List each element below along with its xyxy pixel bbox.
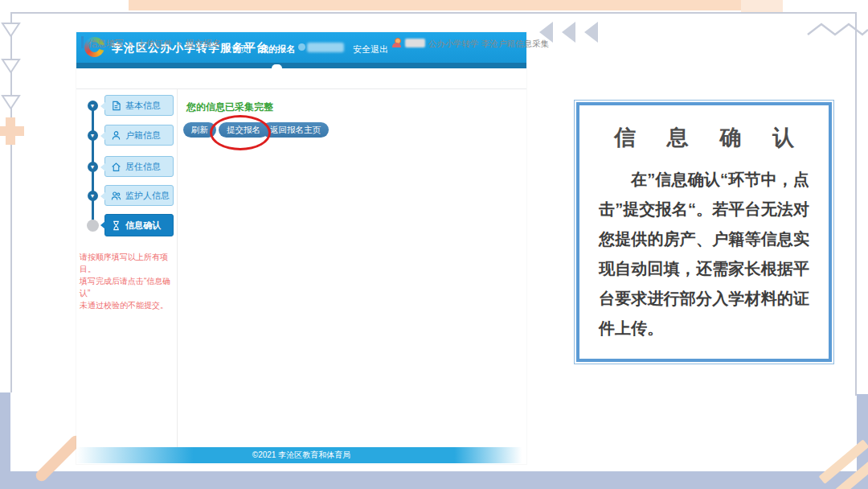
sidebar-divider: [177, 88, 178, 447]
breadcrumb-item-submit[interactable]: 提交报名: [186, 39, 221, 48]
redacted-student-name: [405, 39, 425, 47]
deco-lavender-bottom: [0, 471, 868, 489]
deco-top-band: [129, 0, 741, 10]
highlight-circle-annotation: [210, 115, 271, 150]
step-label: 监护人信息: [125, 190, 170, 202]
timeline-dot-icon: ▼: [88, 130, 98, 141]
nav-item-my-application[interactable]: 我的报名: [260, 43, 295, 55]
sidebar-item-household-info[interactable]: 户籍信息: [104, 125, 174, 146]
app-header-strip: [76, 63, 526, 68]
sidebar-item-residence-info[interactable]: 居住信息: [104, 156, 174, 177]
person-icon: [111, 130, 121, 141]
sidebar-note: 填写完成后请点击“信息确认”: [80, 275, 176, 299]
zigzag-line-icon: [806, 20, 868, 39]
user-avatar-icon: [298, 43, 305, 51]
nav-item-home[interactable]: 首页: [231, 43, 249, 55]
breadcrumb-item-upload-docs[interactable]: 上传证件: [137, 39, 172, 48]
triangle-down-icon: [1, 58, 21, 74]
deco-cross: [0, 117, 24, 145]
site-footer: ©2021 李沧区教育和体育局: [76, 447, 526, 463]
triangle-left-icon: [584, 22, 598, 43]
breadcrumb-accent: [81, 36, 84, 48]
timeline-dot-icon: ▼: [88, 162, 98, 172]
sidebar-item-info-confirm[interactable]: 信息确认: [104, 214, 174, 236]
document-icon: [111, 101, 121, 111]
panel-title: 信 息 确 认: [579, 123, 829, 152]
sidebar-notes: 请按顺序填写以上所有项目。 填写完成后请点击“信息确认” 未通过校验的不能提交。: [80, 251, 176, 311]
sidebar-item-guardian-info[interactable]: 监护人信息: [104, 185, 174, 206]
guardians-icon: [111, 191, 121, 201]
panel-body-text: 在”信息确认“环节中，点击”提交报名“。若平台无法对您提供的房产、户籍等信息实现…: [599, 165, 809, 343]
redacted-username: [307, 43, 344, 52]
timeline-dot-current-icon: [87, 220, 99, 232]
breadcrumb-bar: [76, 68, 526, 89]
timeline-dot-icon: ▼: [88, 191, 98, 201]
breadcrumb-item-fill-info[interactable]: 信息填写: [88, 39, 124, 48]
breadcrumb: 信息填写>上传证件>提交报名: [88, 38, 221, 50]
timeline-dot-icon: ▼: [88, 101, 98, 111]
nav-item-logout[interactable]: 安全退出: [353, 43, 388, 55]
sidebar-note: 请按顺序填写以上所有项目。: [80, 251, 176, 275]
triangle-left-icon: [562, 22, 575, 43]
hourglass-icon: [111, 220, 121, 231]
triangle-down-icon: [1, 22, 21, 38]
step-label: 户籍信息: [125, 129, 161, 142]
step-label: 基本信息: [125, 100, 161, 112]
triangle-down-icon: [1, 94, 21, 110]
deco-frame-top: [10, 12, 857, 14]
deco-frame-right: [855, 12, 857, 396]
sidebar-item-basic-info[interactable]: 基本信息: [104, 95, 174, 116]
step-label: 信息确认: [125, 220, 161, 232]
sidebar-note: 未通过校验的不能提交。: [80, 299, 176, 311]
user-context-label: 公办小学转学 李沧户籍信息采集: [428, 39, 549, 50]
avatar-icon: [391, 37, 402, 47]
website-screenshot: 李沧区公办小学转学服务平台 首页 我的报名 安全退出 信息填写>上传证件>提交报…: [76, 32, 526, 464]
breadcrumb-separator: >: [128, 39, 133, 48]
home-icon: [111, 162, 121, 172]
info-confirm-panel: 信 息 确 认 在”信息确认“环节中，点击”提交报名“。若平台无法对您提供的房产…: [576, 102, 832, 362]
back-to-home-button[interactable]: 返回报名主页: [262, 122, 329, 138]
breadcrumb-separator: >: [176, 39, 181, 48]
deco-top-square: [741, 0, 783, 13]
status-message: 您的信息已采集完整: [186, 101, 273, 114]
step-label: 居住信息: [125, 161, 161, 173]
